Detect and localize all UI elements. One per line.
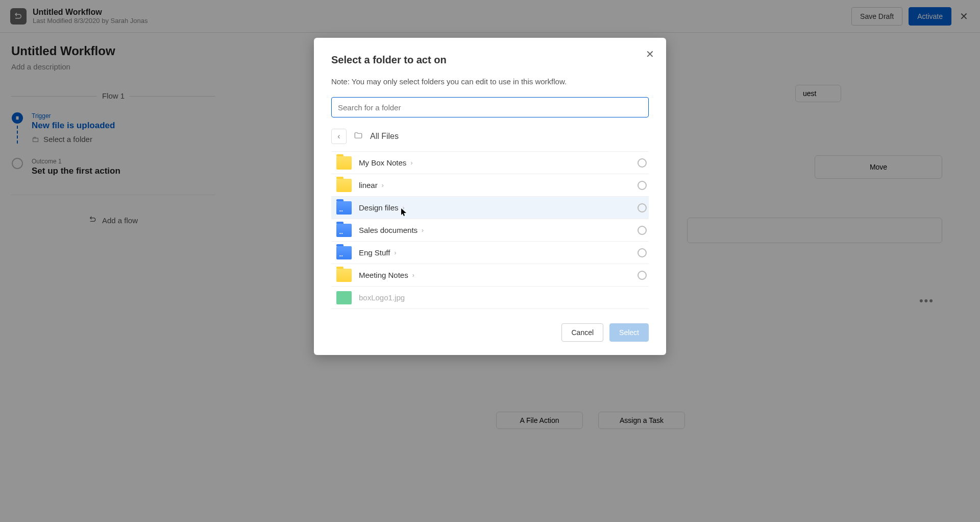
folder-icon — [336, 156, 352, 170]
chevron-right-icon: › — [412, 272, 414, 279]
folder-row[interactable]: Design files› — [331, 197, 649, 219]
folder-outline-icon — [354, 131, 363, 142]
folder-radio[interactable] — [638, 271, 647, 280]
folder-row: boxLogo1.jpg — [331, 287, 649, 309]
breadcrumb: ‹ All Files — [331, 129, 649, 152]
folder-radio[interactable] — [638, 203, 647, 212]
folder-row[interactable]: Meeting Notes› — [331, 264, 649, 287]
folder-list: My Box Notes›linear›Design files›Sales d… — [331, 152, 649, 309]
folder-name: Meeting Notes› — [359, 271, 638, 279]
chevron-right-icon: › — [382, 182, 384, 189]
modal-note: Note: You may only select folders you ca… — [331, 77, 649, 86]
chevron-right-icon: › — [410, 159, 412, 167]
folder-name: boxLogo1.jpg — [359, 293, 647, 302]
folder-row[interactable]: Sales documents› — [331, 219, 649, 242]
chevron-right-icon: › — [422, 227, 424, 234]
folder-name: Eng Stuff› — [359, 248, 638, 257]
modal-close-icon[interactable]: ✕ — [643, 47, 657, 61]
folder-radio[interactable] — [638, 158, 647, 168]
folder-row[interactable]: My Box Notes› — [331, 152, 649, 174]
folder-row[interactable]: Eng Stuff› — [331, 242, 649, 264]
cancel-button[interactable]: Cancel — [561, 323, 603, 342]
folder-name: linear› — [359, 181, 638, 189]
image-file-icon — [336, 291, 352, 304]
shared-folder-icon — [336, 224, 352, 237]
breadcrumb-back-button[interactable]: ‹ — [331, 129, 347, 144]
shared-folder-icon — [336, 246, 352, 259]
folder-radio[interactable] — [638, 248, 647, 257]
select-button[interactable]: Select — [609, 323, 649, 342]
folder-name: Design files› — [359, 203, 638, 212]
folder-radio[interactable] — [638, 181, 647, 190]
folder-name: My Box Notes› — [359, 158, 638, 167]
folder-search-input[interactable] — [331, 97, 649, 117]
shared-folder-icon — [336, 201, 352, 215]
chevron-right-icon: › — [394, 249, 396, 256]
chevron-right-icon: › — [403, 204, 405, 211]
breadcrumb-label[interactable]: All Files — [370, 132, 399, 141]
chevron-left-icon: ‹ — [337, 132, 340, 141]
folder-icon — [336, 269, 352, 282]
folder-icon — [336, 179, 352, 192]
folder-name: Sales documents› — [359, 226, 638, 234]
folder-row[interactable]: linear› — [331, 174, 649, 197]
folder-radio[interactable] — [638, 226, 647, 235]
modal-title: Select a folder to act on — [331, 54, 649, 66]
folder-select-modal: ✕ Select a folder to act on Note: You ma… — [314, 38, 666, 355]
